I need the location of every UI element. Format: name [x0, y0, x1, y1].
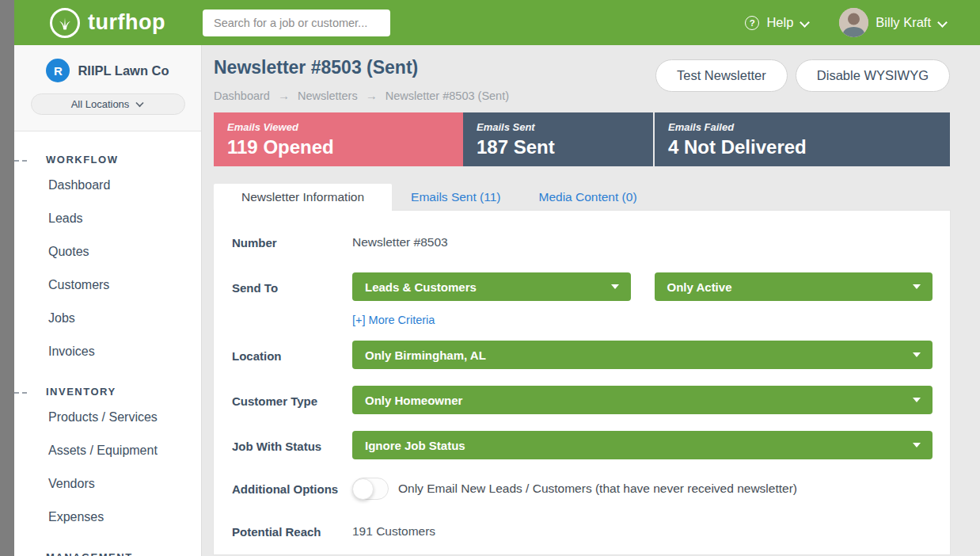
only-new-leads-toggle-text: Only Email New Leads / Customers (that h… — [398, 482, 797, 496]
help-label: Help — [766, 15, 793, 30]
brand[interactable]: turfhop — [50, 8, 165, 38]
chevron-down-icon — [800, 17, 809, 25]
tab-bar: Newsletter Information Emails Sent (11) … — [214, 184, 950, 211]
more-criteria-link[interactable]: [+] More Criteria — [352, 314, 435, 326]
caret-down-icon — [611, 284, 619, 289]
location-selector-label: All Locations — [71, 98, 130, 110]
stat-emails-failed: Emails Failed 4 Not Delivered — [655, 112, 950, 166]
company-logo: R — [46, 59, 70, 82]
caret-down-icon — [913, 398, 921, 402]
customer-type-select[interactable]: Only Homeowner — [352, 386, 933, 414]
breadcrumb-arrow-icon: → — [278, 89, 290, 102]
vertical-scrollbar[interactable] — [0, 0, 14, 556]
sidebar-nav: WORKFLOW Dashboard Leads Quotes Customer… — [14, 131, 201, 556]
sidebar-item-vendors[interactable]: Vendors — [14, 467, 201, 501]
tab-media-content[interactable]: Media Content (0) — [519, 184, 655, 211]
sidebar-item-leads[interactable]: Leads — [14, 202, 201, 235]
user-avatar — [839, 8, 868, 37]
customer-type-label: Customer Type — [232, 386, 352, 409]
send-to-label: Send To — [232, 272, 352, 296]
only-new-leads-toggle[interactable] — [352, 478, 389, 500]
sidebar-item-jobs[interactable]: Jobs — [14, 302, 201, 335]
breadcrumb-dashboard[interactable]: Dashboard — [214, 89, 270, 102]
company-box: R RIIPL Lawn Co All Locations — [14, 45, 201, 131]
stat-emails-viewed: Emails Viewed 119 Opened — [214, 112, 463, 166]
help-menu[interactable]: ? Help — [745, 15, 809, 30]
company-name: RIIPL Lawn Co — [78, 63, 169, 78]
sidebar-section-workflow: WORKFLOW — [14, 154, 201, 166]
stat-emails-sent: Emails Sent 187 Sent — [463, 112, 653, 166]
sidebar-item-products-services[interactable]: Products / Services — [14, 401, 201, 434]
sidebar-section-management: MANAGEMENT — [14, 551, 201, 556]
caret-down-icon — [913, 284, 921, 289]
breadcrumb-newsletters[interactable]: Newsletters — [298, 89, 358, 102]
test-newsletter-button[interactable]: Test Newsletter — [655, 59, 788, 92]
caret-down-icon — [913, 352, 921, 357]
sidebar-item-invoices[interactable]: Invoices — [14, 335, 201, 368]
disable-wysiwyg-button[interactable]: Disable WYSIWYG — [796, 59, 950, 92]
active-filter-select[interactable]: Only Active — [655, 272, 933, 301]
number-value: Newsletter #8503 — [352, 234, 448, 249]
sidebar-item-customers[interactable]: Customers — [14, 268, 201, 302]
search-input[interactable] — [203, 10, 390, 36]
chevron-down-icon — [938, 17, 947, 25]
user-name: Billy Kraft — [876, 15, 931, 30]
sidebar-item-expenses[interactable]: Expenses — [14, 501, 201, 534]
newsletter-information-panel: Number Newsletter #8503 Send To Leads & … — [214, 211, 950, 554]
number-label: Number — [232, 234, 352, 251]
sidebar-item-dashboard[interactable]: Dashboard — [14, 169, 201, 202]
tab-newsletter-information[interactable]: Newsletter Information — [214, 184, 392, 211]
main-content: Newsletter #8503 (Sent) Dashboard → News… — [202, 45, 980, 556]
sidebar-section-inventory: INVENTORY — [14, 386, 201, 398]
company-selector[interactable]: R RIIPL Lawn Co — [14, 59, 201, 82]
job-status-select[interactable]: Ignore Job Status — [352, 431, 933, 459]
brand-name: turfhop — [88, 10, 165, 35]
location-select[interactable]: Only Birmingham, AL — [352, 341, 933, 369]
tab-emails-sent[interactable]: Emails Sent (11) — [392, 184, 519, 211]
potential-reach-value: 191 Customers — [352, 524, 435, 539]
email-stats-bar: Emails Viewed 119 Opened Emails Sent 187… — [214, 112, 950, 166]
breadcrumb-arrow-icon: → — [366, 89, 378, 102]
additional-options-label: Additional Options — [232, 478, 352, 497]
location-label: Location — [232, 341, 352, 364]
job-status-label: Job With Status — [232, 431, 352, 455]
breadcrumb: Dashboard → Newsletters → Newsletter #85… — [214, 89, 509, 102]
send-to-select[interactable]: Leads & Customers — [352, 272, 631, 301]
caret-down-icon — [913, 443, 921, 447]
chevron-down-icon — [136, 98, 143, 105]
breadcrumb-current: Newsletter #8503 (Sent) — [386, 89, 509, 102]
sidebar-item-assets-equipment[interactable]: Assets / Equipment — [14, 434, 201, 467]
help-icon: ? — [745, 16, 759, 30]
potential-reach-label: Potential Reach — [232, 524, 352, 540]
grass-icon — [50, 8, 80, 38]
sidebar-item-quotes[interactable]: Quotes — [14, 235, 201, 268]
toggle-knob — [352, 478, 374, 500]
top-navbar: turfhop ? Help Billy Kraft — [14, 0, 980, 45]
page-title: Newsletter #8503 (Sent) — [214, 57, 509, 78]
user-menu[interactable]: Billy Kraft — [839, 8, 947, 37]
sidebar: R RIIPL Lawn Co All Locations WORKFLOW D… — [14, 45, 202, 556]
location-selector[interactable]: All Locations — [31, 93, 185, 115]
